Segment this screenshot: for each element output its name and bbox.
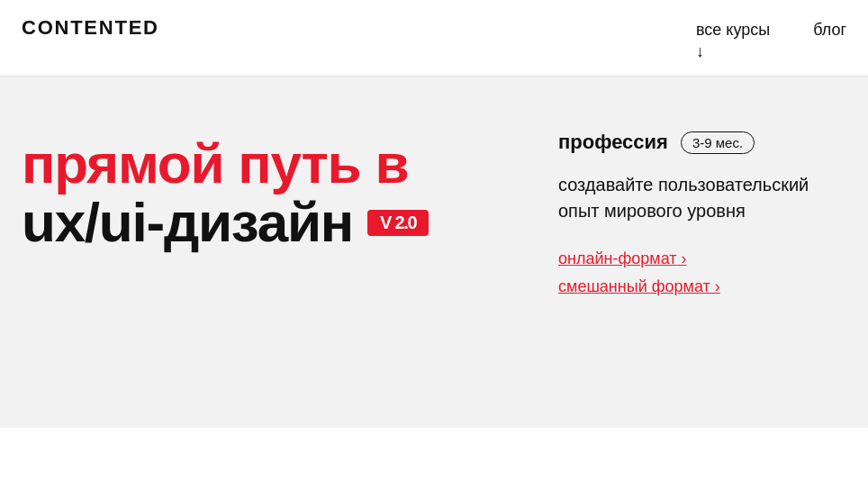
hero-section: прямой путь в ux/ui-дизайн V 2.0 професс… bbox=[0, 77, 868, 428]
hero-title-line1: прямой путь в bbox=[22, 134, 429, 193]
hero-left: прямой путь в ux/ui-дизайн V 2.0 bbox=[22, 127, 429, 251]
mixed-format-link[interactable]: смешанный формат bbox=[558, 277, 825, 296]
hero-right: профессия 3-9 мес. создавайте пользовате… bbox=[558, 127, 846, 296]
nav-blog[interactable]: блог bbox=[813, 20, 846, 41]
nav-all-courses-link[interactable]: все курсы bbox=[696, 20, 770, 41]
site-header: CONTENTED все курсы ↓ блог bbox=[0, 0, 868, 77]
main-nav: все курсы ↓ блог bbox=[696, 16, 846, 61]
duration-badge: 3-9 мес. bbox=[681, 131, 755, 154]
site-logo[interactable]: CONTENTED bbox=[22, 16, 159, 40]
version-badge: V 2.0 bbox=[367, 210, 429, 236]
hero-title-line2-text: ux/ui-дизайн bbox=[22, 193, 353, 251]
profession-label: профессия bbox=[558, 131, 668, 154]
hero-description: создавайте пользовательский опыт мировог… bbox=[558, 172, 825, 224]
profession-row: профессия 3-9 мес. bbox=[558, 131, 825, 154]
hero-links: онлайн-формат смешанный формат bbox=[558, 249, 825, 296]
nav-blog-link[interactable]: блог bbox=[813, 20, 846, 41]
online-format-link[interactable]: онлайн-формат bbox=[558, 249, 825, 268]
nav-all-courses[interactable]: все курсы ↓ bbox=[696, 20, 770, 61]
hero-title-line2: ux/ui-дизайн V 2.0 bbox=[22, 193, 429, 251]
nav-all-courses-arrow: ↓ bbox=[696, 42, 704, 61]
